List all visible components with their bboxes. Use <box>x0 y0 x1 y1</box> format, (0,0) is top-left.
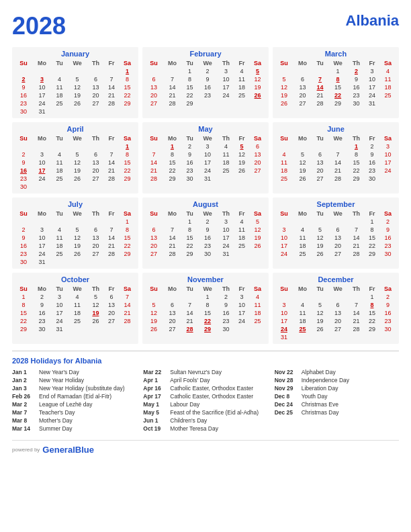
calendar-day: 1 <box>182 218 197 226</box>
calendar-day <box>52 258 67 266</box>
calendar-day: 22 <box>348 167 365 175</box>
calendar-day: 13 <box>145 234 163 242</box>
calendar-day: 22 <box>197 317 218 325</box>
calendar-day: 28 <box>348 325 365 333</box>
calendar-day: 25 <box>293 250 312 258</box>
calendar-day: 6 <box>249 142 266 150</box>
calendar-day: 2 <box>365 142 379 150</box>
calendar-day: 15 <box>365 309 379 317</box>
calendar-day: 2 <box>15 226 32 234</box>
calendar-day: 12 <box>312 309 328 317</box>
calendar-day: 13 <box>249 150 266 159</box>
calendar-day: 8 <box>163 150 182 159</box>
calendar-day <box>104 325 119 333</box>
holiday-name: Liberation Day <box>302 385 338 392</box>
month-name: August <box>145 200 266 208</box>
calendar-day: 21 <box>328 167 348 175</box>
calendar-day: 24 <box>275 325 293 333</box>
calendar-day <box>379 175 396 183</box>
calendar-day: 2 <box>379 218 396 226</box>
holiday-name: Catholic Easter, Orthodox Easter <box>170 393 253 400</box>
holiday-date: Apr 1 <box>143 377 167 384</box>
day-header: Su <box>275 59 293 67</box>
calendar-day <box>119 107 136 116</box>
calendar-day: 9 <box>15 83 32 91</box>
calendar-day <box>348 293 365 301</box>
calendar-day: 12 <box>293 159 312 167</box>
calendar-day: 6 <box>293 75 312 83</box>
calendar-day: 27 <box>163 325 182 333</box>
day-header: Th <box>218 210 234 218</box>
holiday-date: Mar 14 <box>12 425 36 432</box>
calendar-day: 31 <box>32 107 52 116</box>
holiday-name: Labour Day <box>170 401 199 408</box>
holiday-name: Mother Teresa Day <box>170 425 218 432</box>
calendar-day: 21 <box>104 91 119 99</box>
brand-general: General <box>42 445 75 455</box>
day-header: Mo <box>32 285 52 293</box>
day-header: Tu <box>52 210 67 218</box>
calendar-day: 11 <box>67 301 87 309</box>
calendar-day: 29 <box>197 325 218 333</box>
calendar-day <box>119 258 136 266</box>
calendar-day: 14 <box>312 83 328 91</box>
calendar-day: 16 <box>15 91 32 99</box>
calendar-day: 26 <box>67 175 87 183</box>
day-header: Sa <box>119 59 136 67</box>
calendar-day: 1 <box>348 142 365 150</box>
calendar-day: 28 <box>104 175 119 183</box>
holiday-name: End of Ramadan (Eid al-Fitr) <box>39 393 111 400</box>
calendar-day: 29 <box>15 325 32 333</box>
calendar-day: 24 <box>32 175 52 183</box>
holiday-item: Jan 3New Year Holiday (substitute day) <box>12 385 136 392</box>
calendar-day <box>32 218 52 226</box>
calendar-day: 20 <box>328 242 348 250</box>
day-header: Fr <box>365 285 379 293</box>
calendar-day: 1 <box>182 67 197 75</box>
calendar-day: 8 <box>15 301 32 309</box>
calendar-day: 30 <box>197 250 218 258</box>
month-block-october: OctoberSuMoTuWeThFrSa1234567891011121314… <box>12 273 138 344</box>
calendar-day <box>87 218 104 226</box>
calendar-day: 29 <box>328 99 348 107</box>
calendar-day: 4 <box>52 150 67 159</box>
calendar-day <box>87 258 104 266</box>
holiday-name: Youth Day <box>302 393 328 400</box>
calendar-day <box>104 218 119 226</box>
calendars-grid: JanuarySuMoTuWeThFrSa1234567891011121314… <box>12 47 399 344</box>
calendar-day: 26 <box>87 317 104 325</box>
calendar-day: 7 <box>145 150 163 159</box>
calendar-day: 24 <box>379 167 396 175</box>
holiday-column: Mar 22Sultan Nevruz's DayApr 1April Fool… <box>143 369 267 433</box>
calendar-day: 5 <box>145 301 163 309</box>
calendar-day: 3 <box>32 150 52 159</box>
calendar-day <box>104 67 119 75</box>
calendar-day: 16 <box>218 309 234 317</box>
holiday-item: May 1Labour Day <box>143 401 267 408</box>
calendar-day: 25 <box>67 317 87 325</box>
day-header: Fr <box>234 134 249 142</box>
month-block-december: DecemberSuMoTuWeThFrSa123456789101112131… <box>273 273 399 344</box>
calendar-day: 11 <box>234 226 249 234</box>
calendar-day: 23 <box>182 167 197 175</box>
holiday-name: Christmas Eve <box>302 401 338 408</box>
calendar-day: 25 <box>379 91 396 99</box>
day-header: Fr <box>365 59 379 67</box>
calendar-day: 27 <box>328 250 348 258</box>
calendar-day: 12 <box>67 159 87 167</box>
day-header: Tu <box>312 210 328 218</box>
holiday-item: Dec 24Christmas Eve <box>275 401 399 408</box>
calendar-day: 2 <box>348 67 365 75</box>
day-header: Tu <box>52 59 67 67</box>
calendar-day: 16 <box>379 309 396 317</box>
calendar-day: 19 <box>293 167 312 175</box>
day-header: Th <box>218 134 234 142</box>
calendar-day <box>275 218 293 226</box>
calendar-day: 27 <box>293 99 312 107</box>
calendar-day: 8 <box>197 301 218 309</box>
calendar-day <box>218 99 234 107</box>
calendar-day <box>32 183 52 191</box>
day-header: Th <box>348 134 365 142</box>
calendar-day: 21 <box>104 167 119 175</box>
calendar-day: 24 <box>52 317 67 325</box>
